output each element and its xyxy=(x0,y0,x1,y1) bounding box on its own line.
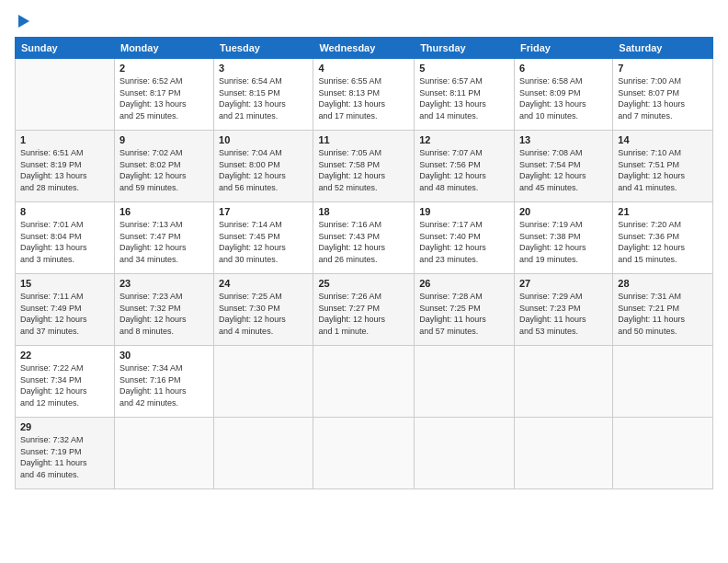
day-info: Sunrise: 7:34 AM Sunset: 7:16 PM Dayligh… xyxy=(119,362,209,408)
calendar-cell: 29Sunrise: 7:32 AM Sunset: 7:19 PM Dayli… xyxy=(16,418,115,489)
day-number: 1 xyxy=(20,134,109,145)
calendar-cell xyxy=(613,418,713,489)
day-info: Sunrise: 7:05 AM Sunset: 7:58 PM Dayligh… xyxy=(318,147,409,193)
calendar-cell: 1Sunrise: 6:51 AM Sunset: 8:19 PM Daylig… xyxy=(16,131,115,202)
day-info: Sunrise: 7:29 AM Sunset: 7:23 PM Dayligh… xyxy=(519,291,608,337)
day-info: Sunrise: 7:14 AM Sunset: 7:45 PM Dayligh… xyxy=(219,219,308,265)
day-number: 9 xyxy=(119,134,209,145)
day-number: 6 xyxy=(519,63,608,74)
day-number: 14 xyxy=(618,134,708,145)
col-header-sunday: Sunday xyxy=(16,38,115,59)
day-info: Sunrise: 7:11 AM Sunset: 7:49 PM Dayligh… xyxy=(20,291,109,337)
calendar-cell: 15Sunrise: 7:11 AM Sunset: 7:49 PM Dayli… xyxy=(16,274,115,346)
calendar-cell: 18Sunrise: 7:16 AM Sunset: 7:43 PM Dayli… xyxy=(313,202,415,274)
calendar-cell xyxy=(313,418,415,489)
day-info: Sunrise: 7:19 AM Sunset: 7:38 PM Dayligh… xyxy=(519,219,608,265)
day-info: Sunrise: 6:58 AM Sunset: 8:09 PM Dayligh… xyxy=(519,75,608,121)
calendar-cell xyxy=(514,418,612,489)
day-number: 3 xyxy=(219,63,308,74)
calendar-cell xyxy=(613,346,713,418)
day-info: Sunrise: 7:16 AM Sunset: 7:43 PM Dayligh… xyxy=(318,219,409,265)
day-info: Sunrise: 7:13 AM Sunset: 7:47 PM Dayligh… xyxy=(119,219,209,265)
day-number: 18 xyxy=(318,206,409,217)
calendar-cell: 22Sunrise: 7:22 AM Sunset: 7:34 PM Dayli… xyxy=(16,346,115,418)
calendar-cell xyxy=(313,346,415,418)
logo-arrow-icon xyxy=(18,15,29,28)
day-info: Sunrise: 7:01 AM Sunset: 8:04 PM Dayligh… xyxy=(20,219,109,265)
day-info: Sunrise: 7:02 AM Sunset: 8:02 PM Dayligh… xyxy=(119,147,209,193)
calendar-cell: 3Sunrise: 6:54 AM Sunset: 8:15 PM Daylig… xyxy=(214,59,313,131)
day-info: Sunrise: 7:08 AM Sunset: 7:54 PM Dayligh… xyxy=(519,147,608,193)
day-info: Sunrise: 6:57 AM Sunset: 8:11 PM Dayligh… xyxy=(419,75,509,121)
calendar-cell: 8Sunrise: 7:01 AM Sunset: 8:04 PM Daylig… xyxy=(16,202,115,274)
day-number: 7 xyxy=(618,63,708,74)
calendar-cell: 2Sunrise: 6:52 AM Sunset: 8:17 PM Daylig… xyxy=(114,59,213,131)
calendar-cell: 23Sunrise: 7:23 AM Sunset: 7:32 PM Dayli… xyxy=(114,274,213,346)
calendar-cell xyxy=(415,346,515,418)
calendar-cell: 16Sunrise: 7:13 AM Sunset: 7:47 PM Dayli… xyxy=(114,202,213,274)
header xyxy=(15,15,713,28)
calendar-cell: 7Sunrise: 7:00 AM Sunset: 8:07 PM Daylig… xyxy=(613,59,713,131)
calendar-cell: 6Sunrise: 6:58 AM Sunset: 8:09 PM Daylig… xyxy=(514,59,612,131)
calendar-cell xyxy=(415,418,515,489)
calendar-cell: 19Sunrise: 7:17 AM Sunset: 7:40 PM Dayli… xyxy=(415,202,515,274)
day-info: Sunrise: 6:51 AM Sunset: 8:19 PM Dayligh… xyxy=(20,147,109,193)
calendar-cell: 4Sunrise: 6:55 AM Sunset: 8:13 PM Daylig… xyxy=(313,59,415,131)
day-number: 13 xyxy=(519,134,608,145)
day-info: Sunrise: 7:26 AM Sunset: 7:27 PM Dayligh… xyxy=(318,291,409,337)
calendar-cell: 14Sunrise: 7:10 AM Sunset: 7:51 PM Dayli… xyxy=(613,131,713,202)
day-info: Sunrise: 6:55 AM Sunset: 8:13 PM Dayligh… xyxy=(318,75,409,121)
day-number: 15 xyxy=(20,278,109,289)
day-number: 10 xyxy=(219,134,308,145)
day-number: 26 xyxy=(419,278,509,289)
col-header-thursday: Thursday xyxy=(415,38,515,59)
day-number: 25 xyxy=(318,278,409,289)
day-info: Sunrise: 7:32 AM Sunset: 7:19 PM Dayligh… xyxy=(20,434,109,480)
calendar-cell: 9Sunrise: 7:02 AM Sunset: 8:02 PM Daylig… xyxy=(114,131,213,202)
day-info: Sunrise: 6:52 AM Sunset: 8:17 PM Dayligh… xyxy=(119,75,209,121)
calendar-cell: 21Sunrise: 7:20 AM Sunset: 7:36 PM Dayli… xyxy=(613,202,713,274)
day-number: 24 xyxy=(219,278,308,289)
calendar-cell: 17Sunrise: 7:14 AM Sunset: 7:45 PM Dayli… xyxy=(214,202,313,274)
day-number: 20 xyxy=(519,206,608,217)
calendar-cell: 10Sunrise: 7:04 AM Sunset: 8:00 PM Dayli… xyxy=(214,131,313,202)
calendar-cell: 25Sunrise: 7:26 AM Sunset: 7:27 PM Dayli… xyxy=(313,274,415,346)
calendar-cell: 24Sunrise: 7:25 AM Sunset: 7:30 PM Dayli… xyxy=(214,274,313,346)
day-info: Sunrise: 7:04 AM Sunset: 8:00 PM Dayligh… xyxy=(219,147,308,193)
calendar-cell: 26Sunrise: 7:28 AM Sunset: 7:25 PM Dayli… xyxy=(415,274,515,346)
day-number: 12 xyxy=(419,134,509,145)
col-header-saturday: Saturday xyxy=(613,38,713,59)
day-info: Sunrise: 7:25 AM Sunset: 7:30 PM Dayligh… xyxy=(219,291,308,337)
calendar-cell: 13Sunrise: 7:08 AM Sunset: 7:54 PM Dayli… xyxy=(514,131,612,202)
day-number: 21 xyxy=(618,206,708,217)
col-header-friday: Friday xyxy=(514,38,612,59)
day-info: Sunrise: 7:28 AM Sunset: 7:25 PM Dayligh… xyxy=(419,291,509,337)
calendar-cell: 20Sunrise: 7:19 AM Sunset: 7:38 PM Dayli… xyxy=(514,202,612,274)
day-number: 22 xyxy=(20,350,109,361)
day-number: 30 xyxy=(119,350,209,361)
calendar-cell: 28Sunrise: 7:31 AM Sunset: 7:21 PM Dayli… xyxy=(613,274,713,346)
day-number: 29 xyxy=(20,421,109,432)
day-number: 28 xyxy=(618,278,708,289)
calendar-cell xyxy=(514,346,612,418)
col-header-monday: Monday xyxy=(114,38,213,59)
logo xyxy=(15,15,29,28)
day-number: 23 xyxy=(119,278,209,289)
day-info: Sunrise: 7:00 AM Sunset: 8:07 PM Dayligh… xyxy=(618,75,708,121)
day-number: 17 xyxy=(219,206,308,217)
calendar-cell: 27Sunrise: 7:29 AM Sunset: 7:23 PM Dayli… xyxy=(514,274,612,346)
calendar: SundayMondayTuesdayWednesdayThursdayFrid… xyxy=(15,37,713,489)
day-number: 2 xyxy=(119,63,209,74)
calendar-cell: 11Sunrise: 7:05 AM Sunset: 7:58 PM Dayli… xyxy=(313,131,415,202)
day-number: 4 xyxy=(318,63,409,74)
calendar-cell xyxy=(214,346,313,418)
day-info: Sunrise: 7:31 AM Sunset: 7:21 PM Dayligh… xyxy=(618,291,708,337)
day-number: 16 xyxy=(119,206,209,217)
day-number: 8 xyxy=(20,206,109,217)
calendar-cell: 30Sunrise: 7:34 AM Sunset: 7:16 PM Dayli… xyxy=(114,346,213,418)
calendar-cell xyxy=(214,418,313,489)
day-number: 11 xyxy=(318,134,409,145)
calendar-cell: 5Sunrise: 6:57 AM Sunset: 8:11 PM Daylig… xyxy=(415,59,515,131)
page: SundayMondayTuesdayWednesdayThursdayFrid… xyxy=(0,0,728,563)
day-info: Sunrise: 6:54 AM Sunset: 8:15 PM Dayligh… xyxy=(219,75,308,121)
